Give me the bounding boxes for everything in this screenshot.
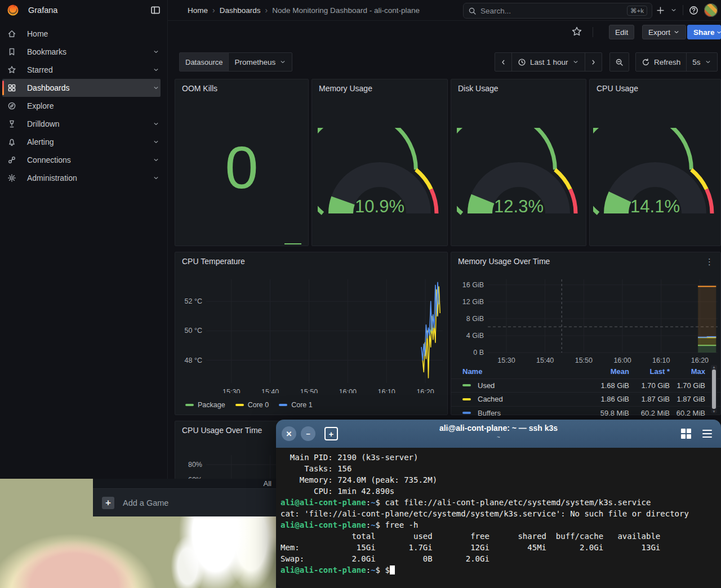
- share-menu-button[interactable]: [716, 25, 721, 39]
- oom-kills-sparkline: [284, 243, 301, 244]
- menu-icon[interactable]: [702, 430, 712, 438]
- svg-text:8 GiB: 8 GiB: [466, 315, 484, 323]
- new-item-button[interactable]: [656, 6, 665, 15]
- terminal-line: total used free shared buff/cache availa…: [281, 531, 716, 542]
- terminal-title: ali@ali-cont-plane: ~ — ssh k3s: [276, 424, 721, 433]
- chevron-down-icon[interactable]: [153, 84, 159, 91]
- time-back-button[interactable]: [495, 53, 511, 71]
- legend-item-core-0[interactable]: Core 0: [235, 401, 269, 409]
- refresh-interval-button[interactable]: 5s: [686, 53, 716, 71]
- panel-title[interactable]: CPU Usage: [597, 84, 638, 93]
- table-row-cached[interactable]: Cached1.86 GiB1.87 GiB1.87 GiB: [451, 392, 720, 406]
- compass-icon: [7, 101, 16, 110]
- breadcrumb-home[interactable]: Home: [188, 6, 208, 15]
- terminal-line: cat: 'file://ali-cont-plane/etc/systemd/…: [281, 508, 716, 519]
- svg-text:48 °C: 48 °C: [185, 357, 202, 364]
- user-avatar[interactable]: [704, 3, 718, 17]
- add-game-row[interactable]: + Add a Game: [93, 488, 276, 516]
- refresh-button[interactable]: Refresh: [636, 53, 686, 71]
- search-shortcut: ⌘+k: [627, 6, 647, 16]
- sidebar-collapse-icon[interactable]: [150, 5, 161, 15]
- panel-cpu-temperature: CPU Temperature 15:3015:4015:5016:0016:1…: [175, 252, 448, 415]
- home-icon: [7, 29, 16, 38]
- scroll-down-icon[interactable]: ▼: [712, 409, 716, 413]
- svg-text:80%: 80%: [188, 461, 202, 469]
- sidebar-item-administration[interactable]: Administration: [2, 169, 161, 187]
- favorite-star-icon[interactable]: [571, 26, 582, 37]
- terminal-line: Tasks: 156: [281, 463, 716, 474]
- chevron-down-icon[interactable]: [153, 175, 159, 181]
- terminal-line: ali@ali-cont-plane:~$ free -h: [281, 519, 716, 531]
- terminal-titlebar[interactable]: ✕ − + ali@ali-cont-plane: ~ — ssh k3s ~: [276, 420, 721, 448]
- split-view-icon[interactable]: [681, 429, 691, 439]
- time-range-button[interactable]: Last 1 hour: [511, 53, 585, 71]
- sidebar-item-bookmarks[interactable]: Bookmarks: [2, 43, 161, 61]
- table-row-buffers[interactable]: Buffers59.8 MiB60.2 MiB60.2 MiB: [451, 406, 720, 420]
- panel-title[interactable]: Memory Usage: [319, 84, 372, 93]
- search-input[interactable]: Search... ⌘+k: [463, 3, 652, 19]
- memory-usage-gauge: 10.9%: [318, 128, 442, 220]
- terminal-output[interactable]: Main PID: 2190 (k3s-server) Tasks: 156 M…: [276, 448, 721, 580]
- sidebar-item-starred[interactable]: Starred: [2, 61, 161, 79]
- new-tab-icon[interactable]: +: [324, 427, 338, 440]
- legend-swatch: [235, 404, 244, 406]
- svg-text:15:40: 15:40: [536, 357, 554, 364]
- scrollbar-thumb[interactable]: [712, 369, 716, 409]
- chevron-down-icon[interactable]: [153, 121, 159, 127]
- svg-text:50 °C: 50 °C: [185, 327, 202, 335]
- terminal-subtitle: ~: [276, 434, 721, 440]
- chevron-down-icon[interactable]: [153, 48, 159, 55]
- column-max[interactable]: Max: [655, 367, 705, 376]
- panel-memory-gauge: Memory Usage 10.9%: [311, 79, 448, 246]
- sidebar-item-label: Drilldown: [27, 119, 153, 128]
- grafana-logo[interactable]: [7, 4, 19, 16]
- panel-title[interactable]: Disk Usage: [458, 84, 499, 93]
- svg-text:16:20: 16:20: [691, 357, 709, 364]
- refresh-interval-value: 5s: [692, 58, 700, 66]
- brand-name: Grafana: [28, 6, 141, 15]
- sidebar-item-label: Bookmarks: [27, 47, 153, 56]
- refresh-picker: Refresh 5s: [635, 52, 718, 72]
- chevron-down-icon[interactable]: [670, 7, 677, 14]
- svg-text:12.3%: 12.3%: [494, 197, 544, 216]
- scroll-up-icon[interactable]: ▲: [712, 365, 716, 369]
- svg-text:52 °C: 52 °C: [185, 297, 202, 305]
- breadcrumb-dashboards[interactable]: Dashboards: [220, 6, 261, 15]
- chart-legend: PackageCore 0Core 1: [185, 401, 313, 409]
- chevron-down-icon[interactable]: [153, 139, 159, 145]
- sidebar-item-label: Starred: [27, 65, 153, 74]
- legend-item-core-1[interactable]: Core 1: [279, 401, 313, 409]
- divider: [683, 5, 683, 15]
- sidebar-item-label: Home: [27, 29, 161, 38]
- plug-icon: [7, 155, 16, 164]
- help-icon[interactable]: [689, 6, 698, 15]
- sidebar-item-connections[interactable]: Connections: [2, 151, 161, 169]
- svg-text:14.1%: 14.1%: [630, 197, 680, 216]
- chevron-down-icon[interactable]: [153, 66, 159, 73]
- sidebar-item-home[interactable]: Home: [2, 25, 161, 43]
- svg-text:4 GiB: 4 GiB: [466, 332, 484, 340]
- filter-all-label[interactable]: All: [264, 479, 272, 488]
- sidebar-item-alerting[interactable]: Alerting: [2, 133, 161, 151]
- edit-button[interactable]: Edit: [609, 25, 634, 39]
- sidebar-item-label: Alerting: [27, 137, 153, 146]
- chevron-down-icon[interactable]: [153, 157, 159, 163]
- sidebar-item-explore[interactable]: Explore: [2, 97, 161, 115]
- zoom-out-button[interactable]: [609, 52, 629, 72]
- chevron-right-icon: ›: [265, 6, 268, 15]
- panel-cpu-gauge: CPU Usage 14.1%: [589, 79, 721, 246]
- search-placeholder: Search...: [480, 7, 623, 15]
- legend-item-package[interactable]: Package: [185, 401, 225, 409]
- sidebar-item-drilldown[interactable]: Drilldown: [2, 115, 161, 133]
- time-forward-button[interactable]: [585, 53, 602, 71]
- minimize-icon[interactable]: −: [301, 426, 315, 441]
- table-row-used[interactable]: Used1.68 GiB1.70 GiB1.70 GiB: [451, 378, 720, 393]
- datasource-picker[interactable]: Datasource Prometheus: [179, 52, 292, 72]
- export-button[interactable]: Export: [642, 25, 686, 39]
- memory-legend-table: NameMeanLast *MaxUsed1.68 GiB1.70 GiB1.7…: [451, 365, 720, 420]
- sidebar-item-dashboards[interactable]: Dashboards: [2, 79, 161, 97]
- table-scrollbar[interactable]: ▲ ▼: [711, 365, 717, 413]
- drilldown-icon: [7, 119, 16, 128]
- close-icon[interactable]: ✕: [282, 426, 296, 441]
- panel-title[interactable]: OOM Kills: [182, 84, 217, 93]
